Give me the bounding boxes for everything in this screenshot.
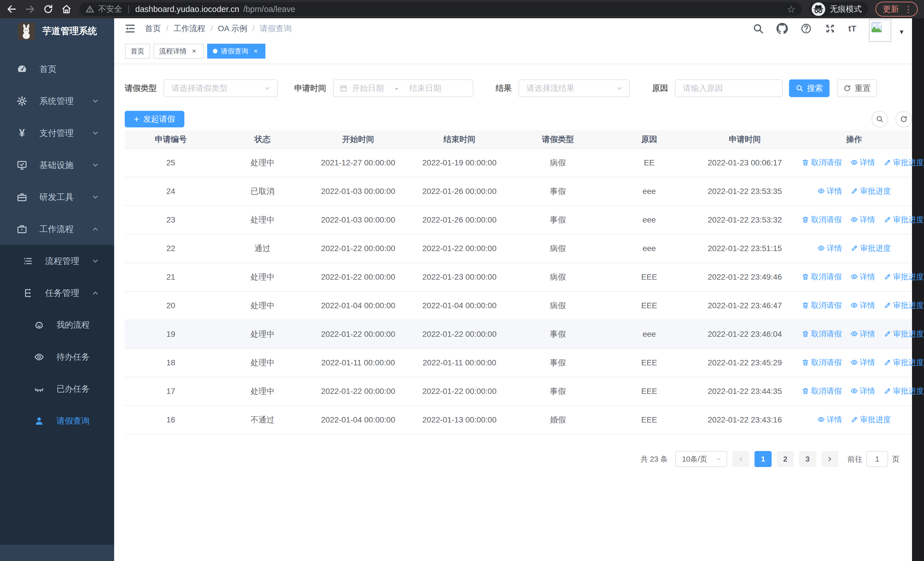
avatar[interactable] (869, 20, 891, 42)
breadcrumb-home[interactable]: 首页 (145, 23, 161, 34)
cancel-leave-link[interactable]: 取消请假 (802, 357, 842, 368)
detail-link[interactable]: 详情 (850, 157, 875, 168)
approval-progress-link[interactable]: 审批进度 (884, 357, 924, 368)
result-select[interactable]: 请选择流结果 (519, 80, 630, 97)
detail-link[interactable]: 详情 (850, 300, 875, 310)
detail-link[interactable]: 详情 (817, 415, 842, 425)
broken-image-icon (871, 21, 883, 33)
page-button-1[interactable]: 1 (754, 451, 772, 467)
cell-apply-time: 2022-01-22 23:46:04 (693, 320, 796, 349)
create-leave-button[interactable]: + 发起请假 (125, 111, 184, 127)
reset-button[interactable]: 重置 (837, 80, 877, 97)
page-button-3[interactable]: 3 (799, 451, 816, 467)
cancel-leave-link[interactable]: 取消请假 (802, 272, 842, 282)
goto-page-input[interactable] (866, 451, 888, 467)
table-row: 16 不通过 2022-01-04 00:00:00 2022-01-13 00… (125, 406, 912, 434)
select-placeholder: 请选择请假类型 (171, 83, 263, 94)
leave-table: 申请编号 状态 开始时间 结束时间 请假类型 原因 申请时间 操作 25 处理中… (125, 130, 912, 435)
approval-progress-link[interactable]: 审批进度 (884, 272, 924, 282)
tab-leave-query[interactable]: 请假查询 × (207, 44, 266, 59)
cancel-leave-link[interactable]: 取消请假 (802, 386, 842, 396)
tab-close-icon[interactable]: × (190, 47, 198, 55)
sidebar-item-home[interactable]: 首页 (0, 53, 114, 85)
url-path: /bpm/oa/leave (243, 5, 295, 14)
edit-icon (850, 244, 858, 252)
detail-link[interactable]: 详情 (850, 215, 875, 225)
github-icon[interactable] (777, 23, 788, 34)
cell-leave-type: 事假 (511, 349, 605, 377)
sidebar-item-process-mgmt[interactable]: 流程管理 (0, 245, 114, 277)
address-bar[interactable]: 不安全 dashboard.yudao.iocoder.cn/bpm/oa/le… (80, 2, 802, 16)
eye-icon (817, 416, 825, 423)
font-size-icon[interactable]: tT (848, 24, 856, 33)
page-button-2[interactable]: 2 (777, 451, 794, 467)
sidebar-item-my-process[interactable]: 我的流程 (0, 309, 114, 341)
cell-leave-type: 事假 (511, 206, 605, 234)
sidebar-item-leave-query[interactable]: 请假查询 (0, 405, 114, 437)
tab-close-icon[interactable]: × (252, 47, 260, 55)
detail-link[interactable]: 详情 (850, 272, 875, 282)
search-button[interactable]: 搜索 (789, 80, 830, 97)
home-icon[interactable] (61, 4, 72, 15)
chevron-left-icon (737, 456, 744, 462)
cancel-leave-link[interactable]: 取消请假 (802, 215, 842, 225)
logo-row[interactable]: 芋道管理系统 (0, 18, 114, 44)
cell-status: 处理中 (217, 349, 308, 377)
approval-progress-link[interactable]: 审批进度 (884, 300, 924, 310)
back-icon[interactable] (6, 4, 17, 15)
browser-update-button[interactable]: 更新 ⋮ (876, 2, 918, 17)
next-page-button[interactable] (821, 451, 838, 467)
caret-down-icon[interactable]: ▾ (900, 27, 903, 36)
sidebar-item-todo-tasks[interactable]: 待办任务 (0, 341, 114, 373)
forward-icon[interactable] (24, 4, 35, 15)
cell-start-time: 2022-01-04 00:00:00 (308, 291, 408, 320)
approval-progress-link[interactable]: 审批进度 (850, 186, 891, 196)
cancel-leave-link[interactable]: 取消请假 (802, 329, 842, 339)
sidebar-item-task-mgmt[interactable]: 任务管理 (0, 277, 114, 309)
breadcrumb-oa-example[interactable]: OA 示例 (218, 23, 248, 34)
sidebar-item-system[interactable]: 系统管理 (0, 85, 114, 117)
sidebar-item-devtools[interactable]: 研发工具 (0, 181, 114, 213)
reload-icon[interactable] (43, 4, 54, 15)
search-toggle-button[interactable] (872, 111, 888, 127)
search-icon[interactable] (753, 23, 764, 34)
prev-page-button[interactable] (732, 451, 749, 467)
fullscreen-icon[interactable] (824, 23, 836, 34)
approval-progress-link[interactable]: 审批进度 (884, 329, 924, 339)
help-icon[interactable] (801, 23, 812, 34)
approval-progress-link[interactable]: 审批进度 (884, 157, 924, 168)
browser-scrollbar[interactable] (912, 18, 924, 561)
approval-progress-link[interactable]: 审批进度 (850, 415, 891, 425)
leave-type-select[interactable]: 请选择请假类型 (164, 80, 278, 97)
chevron-down-icon (92, 193, 99, 201)
detail-link[interactable]: 详情 (817, 186, 842, 196)
detail-link[interactable]: 详情 (850, 386, 875, 396)
page-size-select[interactable]: 10条/页 (675, 451, 727, 467)
browser-menu-icon[interactable]: ⋮ (904, 4, 913, 14)
sidebar-item-infra[interactable]: 基础设施 (0, 149, 114, 181)
bookmark-star-icon[interactable]: ☆ (787, 4, 796, 14)
cell-leave-type: 病假 (511, 263, 605, 291)
detail-link[interactable]: 详情 (850, 329, 875, 339)
breadcrumb-workflow[interactable]: 工作流程 (174, 23, 206, 34)
approval-progress-link[interactable]: 审批进度 (850, 243, 891, 253)
sidebar-item-workflow[interactable]: 工作流程 (0, 213, 114, 245)
tags-bar: 首页 流程详情 × 请假查询 × (114, 39, 912, 64)
cancel-leave-link[interactable]: 取消请假 (802, 300, 842, 310)
detail-link[interactable]: 详情 (817, 243, 842, 253)
table-row: 19 处理中 2022-01-22 00:00:00 2022-01-22 00… (125, 320, 912, 349)
apply-time-range-picker[interactable]: 开始日期 - 结束日期 (333, 80, 473, 97)
sidebar-item-payment[interactable]: ¥ 支付管理 (0, 117, 114, 149)
cancel-leave-link[interactable]: 取消请假 (802, 157, 842, 168)
detail-link[interactable]: 详情 (850, 357, 875, 368)
approval-progress-link[interactable]: 审批进度 (884, 215, 924, 225)
tab-process-detail[interactable]: 流程详情 × (153, 44, 204, 59)
gear-icon (16, 96, 27, 107)
approval-progress-link[interactable]: 审批进度 (884, 386, 924, 396)
sidebar-item-done-tasks[interactable]: 已办任务 (0, 373, 114, 405)
reason-input[interactable] (683, 84, 775, 93)
cell-end-time: 2022-01-19 00:00:00 (408, 149, 511, 177)
hamburger-icon[interactable] (124, 23, 136, 34)
refresh-table-button[interactable] (896, 111, 912, 127)
tab-home[interactable]: 首页 (125, 44, 150, 59)
